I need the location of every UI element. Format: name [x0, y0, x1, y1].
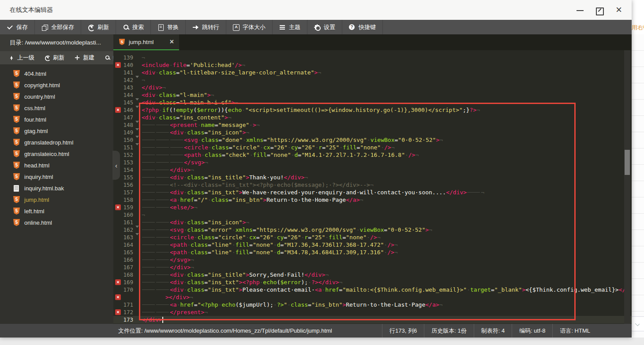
file-item-gtranslateico.html[interactable]: gtranslateico.html [0, 148, 113, 160]
code-area[interactable]: 139¬×140<include·file='Public:head'/>¬14… [113, 50, 632, 324]
code-line-141[interactable]: 141<div·class="l-titlebar·size_large·col… [113, 69, 632, 76]
maximize-button[interactable] [592, 4, 607, 16]
code-line-143[interactable]: 143</div>¬ [113, 84, 632, 91]
file-item-online.html[interactable]: online.html [0, 217, 113, 228]
code-text: </div>¬ [140, 166, 194, 174]
code-line-148[interactable]: 148<present·name="message"·>¬ [113, 121, 632, 129]
code-line-167[interactable]: 167</div>¬ [113, 263, 632, 271]
token: ¬ [142, 77, 145, 83]
code-line-146[interactable]: ×146<?php·if(!empty($error)){echo·"<scri… [113, 106, 632, 114]
sidebar-collapse-handle[interactable]: ‹ [112, 151, 120, 180]
code-line-171[interactable]: 171<a·href="<?php·echo($jumpUrl);·?>"·cl… [113, 301, 632, 308]
token: )){ [217, 107, 228, 113]
code-line-140[interactable]: ×140<include·file='Public:head'/>¬ [113, 61, 632, 69]
file-item-jump.html[interactable]: jump.html [0, 194, 113, 205]
sidebar-tool-refresh[interactable]: 刷新 [39, 54, 69, 62]
toolbar-button-goto-line[interactable]: 跳转行 [186, 20, 226, 34]
code-line-163[interactable]: 163<circle·class="circle"·cx="26"·cy="26… [113, 234, 632, 241]
token: "circle" [218, 234, 246, 241]
toolbar-button-replace[interactable]: 替换 [151, 20, 186, 34]
file-item-css.html[interactable]: css.html [0, 102, 113, 114]
code-line-158[interactable]: 158<a·href="/"·class="ins_btn">Return·to… [113, 196, 632, 204]
code-line-161[interactable]: 161<div·class="ins_icon">¬ [113, 219, 632, 226]
file-item-gtag.html[interactable]: gtag.html [0, 125, 113, 137]
toolbar-button-search[interactable]: 搜索 [116, 20, 151, 34]
code-text: <div·class="l-titlebar·size_large·color_… [140, 69, 321, 76]
toolbar-button-save[interactable]: 保存 [0, 20, 35, 34]
code-line-145[interactable]: 145<div·class="l-main-h·i-cf">¬ [113, 99, 632, 106]
toolbar-button-shortcuts[interactable]: 快捷键 [342, 20, 383, 34]
code-line-149[interactable]: 149<div·class="ins_icon">¬ [113, 129, 632, 136]
code-line-153[interactable]: 153</svg>¬ [113, 159, 632, 166]
code-line-147[interactable]: 147<div·class="ins_content">¬ [113, 114, 632, 121]
tab-guide [156, 308, 170, 315]
toolbar-button-theme[interactable]: 主题 [273, 20, 307, 34]
file-item-gtranslatedrop.html[interactable]: gtranslatedrop.html [0, 137, 113, 148]
file-item-copyright.html[interactable]: copyright.html [0, 79, 113, 91]
sidebar-tool-up-level[interactable]: 上一级 [4, 54, 39, 62]
gutter-cell: 144 [113, 91, 140, 99]
token: = [249, 241, 253, 248]
tab-jump-html[interactable]: jump.html × [113, 34, 179, 50]
code-line-174[interactable]: 174 [113, 323, 632, 324]
token: · [159, 107, 162, 113]
code-line-144[interactable]: 144<div·class="l-main">¬ [113, 91, 632, 99]
file-name: gtranslateico.html [24, 151, 69, 157]
tab-guide [156, 196, 170, 203]
code-line-139[interactable]: 139¬ [113, 54, 632, 61]
sidebar-tool-new-file[interactable]: 新建 [69, 54, 99, 62]
tab-guide [156, 159, 170, 166]
code-line-170[interactable]: 170<div·class="ins_txt">Please·contact·e… [113, 286, 632, 293]
code-line-172[interactable]: ×172</present>¬ [113, 308, 632, 316]
token: 'Public:head' [190, 62, 235, 68]
token: · [273, 234, 277, 241]
token: "ins_title" [208, 174, 246, 181]
token: = [176, 92, 180, 98]
file-item-head.html[interactable]: head.html [0, 160, 113, 171]
toolbar-button-settings[interactable]: 设置 [307, 20, 342, 34]
code-line-164[interactable]: 164<path·class="line"·fill="none"·d="M17… [113, 241, 632, 249]
code-line-169[interactable]: ×169<div·class="ins_txt"><?php·echo($err… [113, 278, 632, 286]
file-item-inquiry.html[interactable]: inquiry.html [0, 171, 113, 182]
token: </div> [142, 84, 162, 91]
code-line-157[interactable]: 157<div·class="ins_txt">We·have·received… [113, 189, 632, 196]
code-line-150[interactable]: 150<svg·class="done"·xmlns="https://www.… [113, 136, 632, 144]
close-button[interactable]: × [611, 4, 626, 16]
code-line-152[interactable]: 152<path·class="check"·fill="none"·d="M1… [113, 151, 632, 159]
token: · [242, 107, 245, 113]
background-select[interactable] [631, 316, 644, 331]
token: ¬ [191, 167, 194, 173]
editor-scrollbar[interactable] [624, 50, 630, 324]
token: = [308, 234, 311, 241]
file-item-four.html[interactable]: four.html [0, 114, 113, 125]
code-line-160[interactable]: 160¬ [113, 211, 632, 219]
tab-close-icon[interactable]: × [170, 39, 174, 45]
code-line-156[interactable]: 156<!--<div·class="ins_txt"><?php·echo($… [113, 181, 632, 189]
file-item-left.html[interactable]: left.html [0, 205, 113, 217]
code-line-151[interactable]: 151<circle·class="circle"·cx="26"·cy="26… [113, 144, 632, 151]
file-item-country.html[interactable]: country.html [0, 91, 113, 102]
code-line-173[interactable]: 173</div> [113, 316, 632, 323]
file-item-404.html[interactable]: 404.html [0, 68, 113, 79]
code-line-170-wrap[interactable]: ×></div>¬ [113, 293, 632, 301]
line-number: 156 [121, 181, 135, 189]
tab-guide [156, 278, 170, 286]
code-line-154[interactable]: 154</div>¬ [113, 166, 632, 174]
file-item-inquiry.html.bak[interactable]: inquiry.html.bak [0, 182, 113, 194]
toolbar-button-refresh[interactable]: 刷新 [81, 20, 116, 34]
gutter-cell: 156 [113, 181, 140, 189]
toolbar-button-font-size[interactable]: 字体大小 [226, 20, 273, 34]
token: > [425, 226, 429, 233]
code-line-168[interactable]: 168<div·class="ins_title">Sorry,Send·Fai… [113, 271, 632, 278]
file-name: inquiry.html.bak [24, 185, 64, 192]
toolbar-button-save-all[interactable]: 全部保存 [35, 20, 81, 34]
code-line-165[interactable]: 165<path·class="line"·fill="none"·d="M34… [113, 249, 632, 256]
code-line-159[interactable]: ×159<else/>¬ [113, 204, 632, 211]
code-line-142[interactable]: 142¬ [113, 76, 632, 84]
code-line-155[interactable]: 155<div·class="ins_title">Thank·you!</di… [113, 174, 632, 181]
code-line-166[interactable]: 166</svg>¬ [113, 256, 632, 263]
scrollbar-thumb[interactable] [625, 150, 630, 175]
minimize-button[interactable] [573, 4, 588, 16]
code-line-162[interactable]: 162<svg·class="error"·xmlns="https://www… [113, 226, 632, 234]
tab-guide [156, 166, 170, 173]
